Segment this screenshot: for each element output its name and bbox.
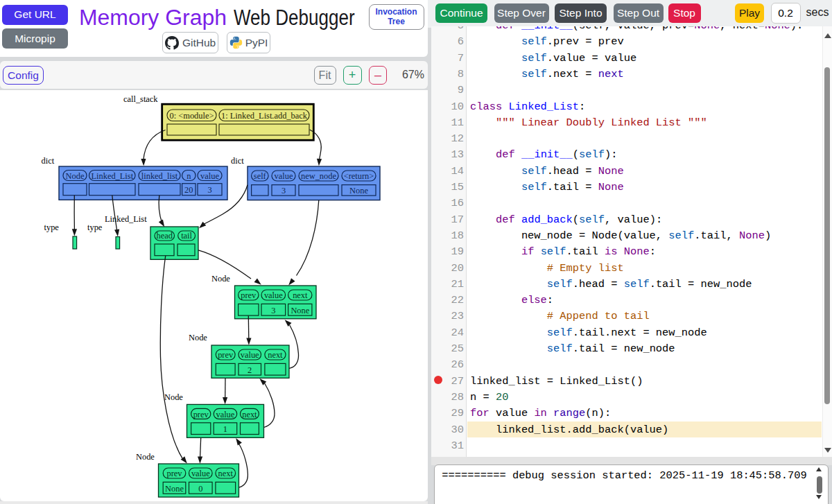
svg-text:value: value: [241, 350, 259, 360]
svg-text:dict: dict: [42, 156, 55, 166]
svg-text:3: 3: [207, 185, 211, 195]
svg-text:prev: prev: [218, 350, 234, 360]
svg-text:Node: Node: [164, 392, 183, 402]
svg-text:Node: Node: [189, 333, 207, 342]
svg-text:None: None: [349, 186, 368, 195]
svg-text:value: value: [216, 410, 234, 419]
svg-text:None: None: [291, 306, 309, 315]
svg-text:type: type: [44, 223, 60, 232]
svg-text:None: None: [165, 484, 184, 494]
svg-text:value: value: [275, 171, 293, 181]
svg-text:Linked_List: Linked_List: [105, 214, 147, 224]
svg-text:Linked_List: Linked_List: [92, 171, 134, 181]
svg-text:prev: prev: [166, 469, 182, 478]
svg-text:1: 1: [223, 424, 227, 434]
svg-text:new_node: new_node: [301, 171, 336, 181]
svg-text:next: next: [242, 410, 257, 419]
svg-text:value: value: [264, 290, 283, 300]
svg-text:next: next: [268, 350, 283, 360]
svg-text:0: <module>: 0: <module>: [170, 111, 214, 121]
svg-text:3: 3: [281, 186, 286, 195]
svg-text:prev: prev: [241, 290, 257, 300]
svg-text:<return>: <return>: [344, 171, 374, 181]
svg-text:head: head: [157, 231, 173, 241]
svg-text:next: next: [293, 290, 308, 300]
svg-text:self: self: [254, 171, 267, 181]
svg-text:dict: dict: [231, 156, 244, 166]
svg-text:20: 20: [184, 185, 193, 195]
svg-text:next: next: [218, 469, 234, 478]
svg-text:value: value: [191, 469, 210, 478]
svg-text:Node: Node: [66, 171, 85, 181]
svg-text:1: Linked_List.add_back: 1: Linked_List.add_back: [221, 111, 308, 121]
svg-text:call_stack: call_stack: [123, 94, 158, 104]
svg-text:2: 2: [248, 365, 252, 375]
svg-text:3: 3: [271, 306, 275, 315]
svg-text:tail: tail: [181, 231, 192, 241]
svg-text:linked_list: linked_list: [141, 171, 178, 181]
svg-text:n: n: [187, 171, 191, 181]
svg-text:prev: prev: [193, 410, 209, 419]
svg-text:Node: Node: [136, 452, 155, 462]
svg-text:0: 0: [198, 484, 202, 494]
svg-text:Node: Node: [211, 274, 230, 284]
svg-text:type: type: [87, 223, 103, 232]
svg-text:value: value: [200, 171, 219, 181]
